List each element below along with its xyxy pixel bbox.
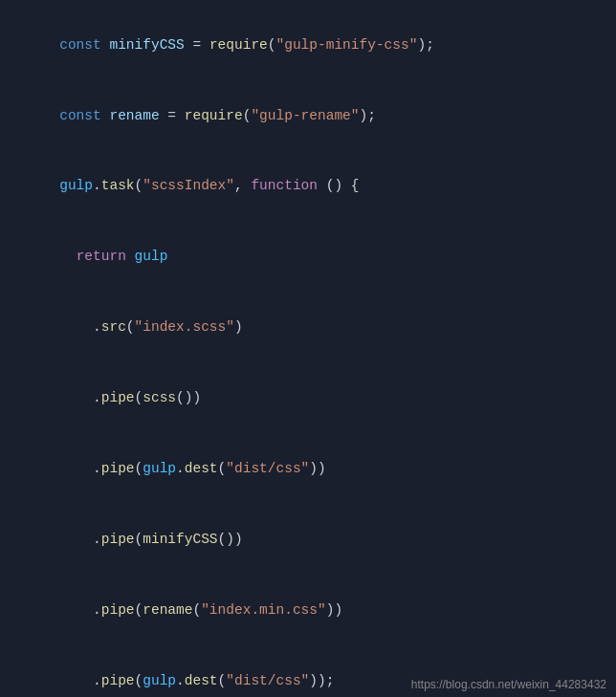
code-line-2: const rename = require("gulp-rename"); (10, 80, 606, 151)
code-line-8: .pipe(minifyCSS()) (10, 504, 606, 575)
keyword-span: const (59, 37, 109, 53)
code-line-3: gulp.task("scssIndex", function () { (10, 151, 606, 222)
code-line-9: .pipe(rename("index.min.css")) (10, 575, 606, 645)
code-line-1: const minifyCSS = require("gulp-minify-c… (10, 10, 606, 80)
code-line-4: return gulp (10, 222, 606, 293)
footer-url: https://blog.csdn.net/weixin_44283432 (411, 678, 606, 691)
code-top-section: const minifyCSS = require("gulp-minify-c… (0, 10, 616, 697)
code-line-5: .src("index.scss") (10, 293, 606, 363)
code-editor: const minifyCSS = require("gulp-minify-c… (0, 0, 616, 697)
code-line-7: .pipe(gulp.dest("dist/css")) (10, 434, 606, 505)
code-line-6: .pipe(scss()) (10, 363, 606, 434)
